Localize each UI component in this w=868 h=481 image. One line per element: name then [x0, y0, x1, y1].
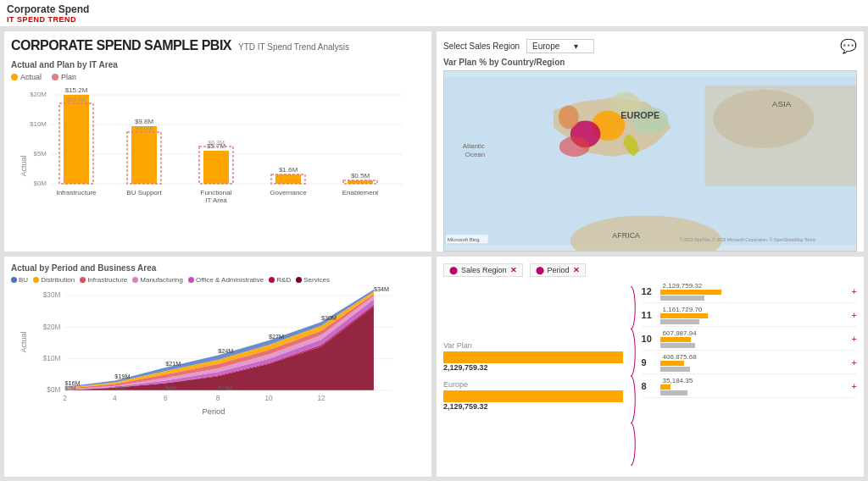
var-plan-label: Var Plan: [443, 341, 623, 350]
europe-bar: [443, 390, 623, 402]
svg-text:$13.9M: $13.9M: [66, 97, 86, 102]
region-select-value: Europe: [532, 41, 559, 51]
legend-infra-dot: [80, 277, 86, 283]
region-select[interactable]: Europe ▾: [526, 39, 594, 53]
panel-period-breakdown: ⬤ Sales Region ✕ ⬤ Period ✕ Var Plan 2,1…: [436, 256, 865, 478]
period-9-orange-bar: [660, 361, 684, 366]
connector-curve: [630, 282, 638, 470]
period-11-plus[interactable]: +: [852, 310, 857, 320]
legend-actual-label: Actual: [20, 73, 42, 81]
svg-text:$20M: $20M: [30, 91, 47, 98]
svg-text:IT Area: IT Area: [205, 196, 227, 204]
legend-bu-label: BU: [19, 276, 28, 284]
legend-bu: BU: [11, 276, 28, 284]
filter-label: Select Sales Region: [443, 41, 520, 51]
svg-text:2: 2: [63, 395, 67, 402]
br-left-stats: Var Plan 2,129,759.32 Europe 2,129,759.3…: [443, 282, 630, 470]
var-plan-value: 2,129,759.32: [443, 363, 623, 372]
svg-text:© 2023 TomTom, © 2023 Microsof: © 2023 TomTom, © 2023 Microsoft Corporat…: [680, 237, 816, 242]
svg-text:$9.0M: $9.0M: [136, 125, 153, 131]
svg-text:Enablement: Enablement: [342, 189, 379, 196]
period-9-num: 9: [642, 357, 657, 368]
var-plan-bar: [443, 351, 623, 363]
svg-text:$21M: $21M: [165, 360, 181, 368]
legend-mfg-label: Manufacturing: [140, 276, 183, 284]
legend-dist-label: Distribution: [41, 276, 75, 284]
period-8-orange-bar: [660, 384, 670, 390]
svg-text:$5M: $5M: [33, 150, 47, 158]
panel-map: Select Sales Region Europe ▾ 💬 Var Plan …: [436, 30, 865, 252]
period-11-num: 11: [642, 310, 657, 320]
svg-text:$24M: $24M: [218, 347, 233, 355]
period-12-plus[interactable]: +: [852, 286, 857, 296]
legend-actual-dot: [11, 74, 18, 80]
legend-distribution: Distribution: [33, 276, 75, 284]
svg-text:$20M: $20M: [43, 323, 61, 331]
period-8-val: 35,184.35: [660, 377, 849, 384]
europe-value: 2,129,759.32: [443, 402, 623, 411]
legend-dist-dot: [33, 277, 39, 283]
period-12-val: 2,129,759.32: [660, 282, 849, 290]
svg-text:$0.5M: $0.5M: [351, 172, 370, 180]
europe-stat: Europe 2,129,759.32: [443, 380, 623, 411]
svg-text:$5M: $5M: [114, 385, 125, 391]
panel-bar-chart: CORPORATE SPEND SAMPLE PBIX YTD IT Spend…: [3, 30, 432, 252]
svg-rect-13: [131, 126, 157, 184]
legend-rd-label: R&D: [276, 276, 291, 284]
svg-text:Functional: Functional: [201, 189, 232, 196]
report-header: CORPORATE SPEND SAMPLE PBIX YTD IT Spend…: [11, 38, 425, 53]
panel-area-chart: Actual by Period and Business Area BU Di…: [3, 256, 432, 478]
svg-text:12: 12: [317, 395, 326, 402]
svg-text:8: 8: [216, 395, 220, 402]
area-chart-title: Actual by Period and Business Area: [11, 263, 425, 273]
br-right-periods: 12 2,129,759.32 +: [630, 282, 857, 470]
chevron-down-icon: ▾: [574, 41, 578, 51]
svg-text:$0M: $0M: [33, 180, 47, 187]
filter-period-close[interactable]: ✕: [573, 266, 580, 274]
filter-sales-region[interactable]: ⬤ Sales Region ✕: [443, 263, 523, 277]
svg-text:6: 6: [164, 395, 168, 402]
filter-region-close[interactable]: ✕: [510, 266, 517, 274]
main-content: CORPORATE SPEND SAMPLE PBIX YTD IT Spend…: [0, 27, 868, 481]
legend-rd: R&D: [269, 276, 291, 284]
legend-infrastructure: Infrastructure: [80, 276, 127, 284]
svg-rect-8: [64, 95, 89, 184]
period-10-val: 607,987.94: [660, 329, 849, 337]
legend-services: Services: [296, 276, 330, 284]
filter-period-label: Period: [548, 266, 570, 274]
svg-text:Governance: Governance: [270, 189, 307, 196]
period-11-gray-bar: [660, 319, 699, 324]
period-10-orange-bar: [660, 337, 691, 342]
legend-office: Office & Administrative: [188, 276, 264, 284]
svg-text:$10M: $10M: [43, 355, 61, 362]
period-9-plus[interactable]: +: [852, 357, 857, 368]
svg-point-38: [559, 136, 590, 157]
svg-text:Microsoft Bing: Microsoft Bing: [448, 237, 480, 242]
period-11-orange-bar: [660, 313, 708, 318]
map-svg: EUROPE ASIA Atlantic Ocean AFRICA Micros…: [444, 71, 856, 251]
legend-office-dot: [188, 277, 194, 283]
period-10-plus[interactable]: +: [852, 334, 857, 344]
filter-period[interactable]: ⬤ Period ✕: [530, 263, 586, 277]
chat-icon[interactable]: 💬: [840, 38, 857, 54]
svg-text:4: 4: [113, 395, 117, 402]
area-chart-svg: $30M $20M $10M $0M: [35, 287, 419, 423]
legend-mfg-dot: [132, 277, 138, 283]
svg-text:10: 10: [264, 395, 273, 402]
legend-office-label: Office & Administrative: [196, 276, 264, 284]
bar-chart-legend: Actual Plan: [11, 73, 425, 81]
period-8-plus[interactable]: +: [852, 381, 857, 391]
legend-plan-dot: [52, 74, 58, 80]
svg-text:ASIA: ASIA: [772, 99, 792, 108]
period-item-9: 9 406,875.68 +: [642, 353, 857, 374]
svg-text:BU Support: BU Support: [126, 189, 162, 196]
area-chart-legend: BU Distribution Infrastructure Manufactu…: [11, 276, 425, 284]
pin-icon-2: ⬤: [536, 266, 544, 274]
svg-text:$30M: $30M: [43, 291, 61, 299]
period-item-10: 10 607,987.94 +: [642, 329, 857, 351]
period-10-gray-bar: [660, 343, 696, 348]
svg-point-43: [713, 90, 814, 148]
area-y-axis-label: Actual: [19, 331, 28, 352]
legend-infra-label: Infrastructure: [87, 276, 127, 284]
page-title: Corporate Spend: [7, 3, 861, 15]
